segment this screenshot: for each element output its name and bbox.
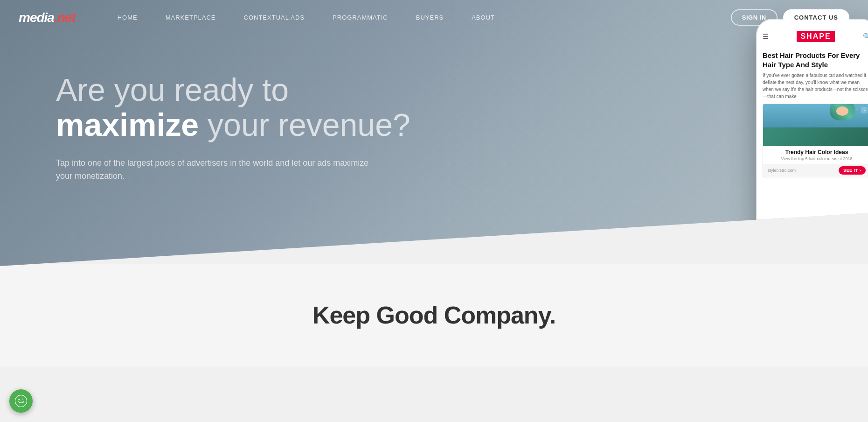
hero-subtitle: Tap into one of the largest pools of adv… <box>56 156 382 183</box>
hero-title-maximize: maximize <box>56 107 199 142</box>
hero-title-line1: Are you ready to <box>56 72 289 107</box>
nav-marketplace[interactable]: MARKETPLACE <box>152 14 230 21</box>
contact-us-button[interactable]: CONTACT US <box>783 9 849 26</box>
ad-image: › i <box>763 104 868 146</box>
ad-cta-button[interactable]: SEE IT › <box>839 166 866 175</box>
phone-mockups: ☰ SHAPE 🔍 Best Hair Products For Every H… <box>756 19 868 243</box>
ad-desc: View the top 5 hair color ideas of 2018 <box>768 156 866 161</box>
ad-title: Trendy Hair Color Ideas <box>768 149 866 155</box>
hero-title: Are you ready to maximize your revenue? <box>56 72 420 142</box>
nav-contextual-ads[interactable]: CONTEXTUAL ADS <box>230 14 319 21</box>
hero-content: Are you ready to maximize your revenue? … <box>0 35 420 239</box>
logo-dotnet: .net <box>54 10 76 25</box>
hero-section: Are you ready to maximize your revenue? … <box>0 0 868 266</box>
nav-programmatic[interactable]: PROGRAMMATIC <box>319 14 402 21</box>
bottom-section: Keep Good Company. <box>0 264 868 366</box>
navbar: media.net HOME MARKETPLACE CONTEXTUAL AD… <box>0 0 868 35</box>
nav-buyers[interactable]: BUYERS <box>402 14 458 21</box>
phone-ad: › i Trendy Hair Color Ideas View the top… <box>763 104 868 177</box>
bottom-title: Keep Good Company. <box>19 301 849 329</box>
nav-actions: SIGN IN CONTACT US <box>731 9 849 26</box>
logo-media: media <box>19 10 54 25</box>
nav-about[interactable]: ABOUT <box>458 14 509 21</box>
logo[interactable]: media.net <box>19 10 76 25</box>
hero-title-revenue: your revenue? <box>199 107 410 142</box>
phone-article-title: Best Hair Products For Every Hair Type A… <box>757 46 868 72</box>
nav-links: HOME MARKETPLACE CONTEXTUAL ADS PROGRAMM… <box>104 14 731 21</box>
sign-in-button[interactable]: SIGN IN <box>731 9 778 26</box>
phone-article-text: If you've ever gotten a fabulous cut and… <box>757 72 868 100</box>
nav-home[interactable]: HOME <box>104 14 152 21</box>
phone-main: ☰ SHAPE 🔍 Best Hair Products For Every H… <box>756 19 868 243</box>
ad-sponsored-icon: › <box>861 107 868 113</box>
ad-domain: stylebistro.com <box>768 168 796 173</box>
